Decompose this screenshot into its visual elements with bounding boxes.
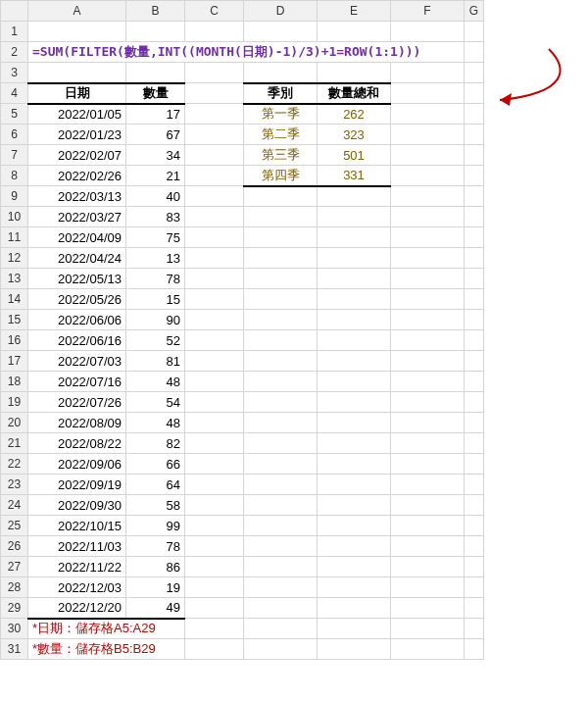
cell-G18[interactable] [465,372,484,392]
cell-E3[interactable] [318,63,391,83]
qty-cell[interactable]: 52 [126,330,185,351]
cell-F15[interactable] [391,310,465,330]
cell-C22[interactable] [185,454,244,475]
header-date[interactable]: 日期 [28,83,126,104]
cell-E27[interactable] [318,557,391,577]
cell-F14[interactable] [391,289,465,310]
cell-D26[interactable] [244,536,318,557]
qty-cell[interactable]: 19 [126,577,185,598]
cell-F12[interactable] [391,248,465,269]
cell-G21[interactable] [465,433,484,454]
date-cell[interactable]: 2022/04/24 [28,248,126,269]
col-header-E[interactable]: E [318,1,391,22]
cell-D14[interactable] [244,289,318,310]
date-cell[interactable]: 2022/07/03 [28,351,126,372]
cell-E12[interactable] [318,248,391,269]
cell-G30[interactable] [465,619,484,639]
cell-E22[interactable] [318,454,391,475]
sum-cell[interactable]: 323 [318,125,391,145]
cell-D23[interactable] [244,475,318,495]
cell-C19[interactable] [185,392,244,413]
date-cell[interactable]: 2022/09/30 [28,495,126,516]
cell-G25[interactable] [465,516,484,536]
row-header-10[interactable]: 10 [1,207,28,227]
cell-F7[interactable] [391,145,465,166]
formula-cell[interactable]: =SUM(FILTER(數量,INT((MONTH(日期)-1)/3)+1=RO… [28,42,465,63]
col-header-G[interactable]: G [465,1,484,22]
qty-cell[interactable]: 34 [126,145,185,166]
cell-F16[interactable] [391,330,465,351]
cell-D3[interactable] [244,63,318,83]
cell-A1[interactable] [28,22,126,42]
date-cell[interactable]: 2022/10/15 [28,516,126,536]
cell-F29[interactable] [391,598,465,619]
cell-G16[interactable] [465,330,484,351]
cell-G4[interactable] [465,83,484,104]
row-header-7[interactable]: 7 [1,145,28,166]
row-header-1[interactable]: 1 [1,22,28,42]
cell-E30[interactable] [318,619,391,639]
cell-F28[interactable] [391,577,465,598]
row-header-6[interactable]: 6 [1,125,28,145]
cell-C9[interactable] [185,186,244,207]
cell-C5[interactable] [185,104,244,125]
cell-G9[interactable] [465,186,484,207]
cell-E19[interactable] [318,392,391,413]
row-header-28[interactable]: 28 [1,577,28,598]
row-header-31[interactable]: 31 [1,639,28,660]
cell-E14[interactable] [318,289,391,310]
note-date-range[interactable]: *日期：儲存格A5:A29 [28,619,185,639]
cell-C18[interactable] [185,372,244,392]
cell-D30[interactable] [244,619,318,639]
cell-C20[interactable] [185,413,244,433]
cell-F24[interactable] [391,495,465,516]
qty-cell[interactable]: 40 [126,186,185,207]
cell-G31[interactable] [465,639,484,660]
col-header-A[interactable]: A [28,1,126,22]
cell-C14[interactable] [185,289,244,310]
note-qty-range[interactable]: *數量：儲存格B5:B29 [28,639,185,660]
cell-C10[interactable] [185,207,244,227]
cell-G7[interactable] [465,145,484,166]
cell-C30[interactable] [185,619,244,639]
qty-cell[interactable]: 83 [126,207,185,227]
row-header-11[interactable]: 11 [1,227,28,248]
date-cell[interactable]: 2022/03/13 [28,186,126,207]
cell-C7[interactable] [185,145,244,166]
qty-cell[interactable]: 17 [126,104,185,125]
cell-F6[interactable] [391,125,465,145]
cell-D21[interactable] [244,433,318,454]
cell-G20[interactable] [465,413,484,433]
cell-G5[interactable] [465,104,484,125]
cell-G19[interactable] [465,392,484,413]
date-cell[interactable]: 2022/02/07 [28,145,126,166]
cell-B1[interactable] [126,22,185,42]
quarter-cell[interactable]: 第一季 [244,104,318,125]
cell-D15[interactable] [244,310,318,330]
sum-cell[interactable]: 501 [318,145,391,166]
cell-E20[interactable] [318,413,391,433]
cell-C11[interactable] [185,227,244,248]
qty-cell[interactable]: 78 [126,269,185,289]
row-header-17[interactable]: 17 [1,351,28,372]
qty-cell[interactable]: 21 [126,166,185,186]
cell-C4[interactable] [185,83,244,104]
row-header-30[interactable]: 30 [1,619,28,639]
date-cell[interactable]: 2022/02/26 [28,166,126,186]
cell-G28[interactable] [465,577,484,598]
cell-E1[interactable] [318,22,391,42]
cell-G6[interactable] [465,125,484,145]
cell-F13[interactable] [391,269,465,289]
cell-F10[interactable] [391,207,465,227]
cell-C24[interactable] [185,495,244,516]
col-header-C[interactable]: C [185,1,244,22]
qty-cell[interactable]: 99 [126,516,185,536]
cell-G8[interactable] [465,166,484,186]
qty-cell[interactable]: 81 [126,351,185,372]
cell-G10[interactable] [465,207,484,227]
cell-F1[interactable] [391,22,465,42]
cell-D27[interactable] [244,557,318,577]
cell-E28[interactable] [318,577,391,598]
cell-D18[interactable] [244,372,318,392]
sum-cell[interactable]: 262 [318,104,391,125]
